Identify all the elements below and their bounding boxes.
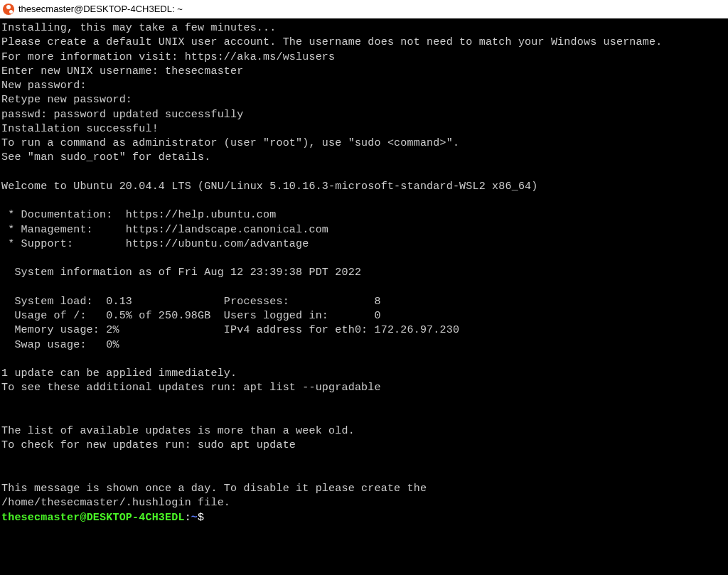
terminal-line: For more information visit: https://aka.… [1,51,335,63]
terminal-line: New password: [1,80,87,92]
terminal-line: * Management: https://landscape.canonica… [1,224,328,236]
terminal-line: Enter new UNIX username: thesecmaster [1,65,243,77]
prompt-colon: : [185,512,191,524]
terminal-line: Usage of /: 0.5% of 250.98GB Users logge… [1,310,381,322]
window-titlebar: thesecmaster@DESKTOP-4CH3EDL: ~ [0,0,728,18]
terminal-line: Welcome to Ubuntu 20.04.4 LTS (GNU/Linux… [1,181,538,193]
prompt-path: ~ [191,512,198,524]
prompt-host: DESKTOP-4CH3EDL [87,512,185,524]
terminal-line: Installation successful! [1,123,159,135]
terminal-line: * Documentation: https://help.ubuntu.com [1,209,276,221]
prompt-dollar: $ [198,512,204,524]
terminal-line: Swap usage: 0% [1,339,119,351]
terminal-line: See "man sudo_root" for details. [1,151,210,163]
terminal-line: * Support: https://ubuntu.com/advantage [1,238,309,250]
terminal-line: passwd: password updated successfully [1,109,243,121]
terminal-line: 1 update can be applied immediately. [1,367,237,380]
terminal-line: /home/thesecmaster/.hushlogin file. [1,497,230,509]
terminal-line: Memory usage: 2% IPv4 address for eth0: … [1,324,459,336]
terminal-line: Please create a default UNIX user accoun… [1,36,662,48]
prompt-user: thesecmaster [1,512,80,524]
terminal-output[interactable]: Installing, this may take a few minutes.… [0,18,728,575]
terminal-line: The list of available updates is more th… [1,425,355,437]
terminal-line: To check for new updates run: sudo apt u… [1,439,296,451]
terminal-line: Installing, this may take a few minutes.… [1,22,276,34]
terminal-line: To see these additional updates run: apt… [1,382,381,394]
ubuntu-icon [3,4,14,15]
terminal-line: This message is shown once a day. To dis… [1,483,427,495]
window-title: thesecmaster@DESKTOP-4CH3EDL: ~ [18,4,183,14]
terminal-line: To run a command as administrator (user … [1,137,459,149]
terminal-line: System information as of Fri Aug 12 23:3… [1,267,361,279]
terminal-line: Retype new password: [1,94,132,106]
prompt-at: @ [80,512,86,524]
terminal-line: System load: 0.13 Processes: 8 [1,296,381,308]
